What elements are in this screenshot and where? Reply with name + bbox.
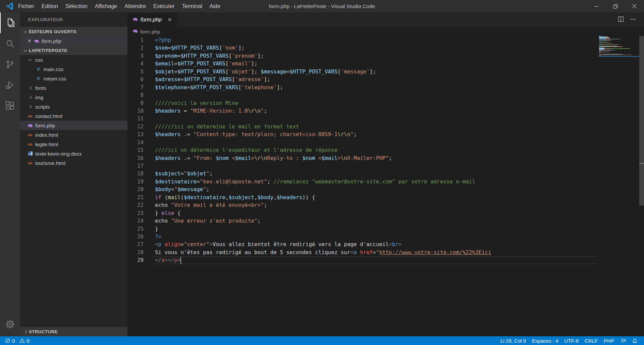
menu-exécuter[interactable]: Exécuter: [150, 0, 178, 12]
project-section-header[interactable]: LAPETITEPOSTE: [20, 46, 127, 55]
split-editor-icon[interactable]: [618, 16, 624, 23]
source-control-icon[interactable]: [0, 54, 20, 75]
tab-bar: form.php ✕: [127, 12, 644, 27]
php-file-icon: [132, 16, 138, 23]
text-cursor: [180, 257, 181, 264]
settings-gear-icon[interactable]: [0, 314, 20, 335]
editor-group: form.php ✕ form.php 12345678910111213141…: [127, 12, 644, 336]
chevron-right-icon: [27, 95, 33, 100]
menu-fichier[interactable]: Fichier: [14, 0, 38, 12]
tree-item-fonts[interactable]: fonts: [20, 83, 127, 93]
code-content: <?php$nom=$HTTP_POST_VARS['nom'];$prenom…: [155, 36, 491, 264]
cursor-position[interactable]: Li 29, Col 9: [497, 338, 529, 344]
css-file-icon: #: [36, 66, 41, 72]
css-file-icon: #: [36, 76, 41, 81]
run-debug-icon[interactable]: [0, 75, 20, 96]
file-tree: css#main.css#meyer.cssfontsimgscripts<>c…: [20, 55, 127, 168]
menu-aide[interactable]: Aide: [206, 0, 224, 12]
restore-button[interactable]: [606, 0, 625, 12]
title-bar: FichierEditionSélectionAffichageAtteindr…: [0, 0, 644, 12]
status-bar: 0 0 Li 29, Col 9 Espaces : 4 UTF-8 CRLF …: [0, 336, 644, 345]
menu-bar: FichierEditionSélectionAffichageAtteindr…: [14, 0, 224, 12]
search-icon[interactable]: [0, 33, 20, 54]
open-editors-header[interactable]: ÉDITEURS OUVERTS: [20, 27, 127, 36]
explorer-icon[interactable]: [0, 12, 20, 33]
window-title: form.php - LaPetitePoste - Visual Studio…: [269, 3, 375, 9]
code-editor[interactable]: 1234567891011121314151617181920212223242…: [127, 36, 644, 336]
scrollbar-slider[interactable]: [639, 36, 644, 206]
feedback-icon[interactable]: [617, 338, 629, 344]
tree-item-contact.html[interactable]: <>contact.html: [20, 111, 127, 121]
activity-bar: [0, 12, 20, 336]
menu-sélection[interactable]: Sélection: [62, 0, 91, 12]
close-button[interactable]: [625, 0, 644, 12]
html-file-icon: <>: [27, 160, 33, 166]
tree-item-img[interactable]: img: [20, 93, 127, 102]
minimap-cursor-marker: [598, 56, 644, 57]
sidebar-explorer: EXPLORATEUR ÉDITEURS OUVERTS ✕form.php L…: [20, 12, 127, 336]
tree-item-legite.html[interactable]: <>legite.html: [20, 139, 127, 149]
php-file-icon: [132, 28, 138, 35]
tree-item-meyer.css[interactable]: #meyer.css: [20, 74, 127, 83]
word-file-icon: w: [27, 151, 33, 157]
explorer-title: EXPLORATEUR: [20, 12, 127, 27]
breadcrumb[interactable]: form.php: [127, 27, 644, 36]
open-editors-list: ✕form.php: [20, 36, 127, 46]
chevron-down-icon: [27, 57, 33, 63]
errors-indicator[interactable]: 0: [3, 338, 16, 344]
indentation[interactable]: Espaces : 4: [529, 338, 561, 344]
menu-edition[interactable]: Edition: [38, 0, 62, 12]
minimize-button[interactable]: [587, 0, 606, 12]
menu-affichage[interactable]: Affichage: [91, 0, 121, 12]
extensions-icon[interactable]: [0, 96, 20, 116]
tree-item-main.css[interactable]: #main.css: [20, 64, 127, 74]
minimap[interactable]: [598, 36, 639, 56]
notifications-bell-icon[interactable]: [629, 338, 641, 344]
encoding[interactable]: UTF-8: [561, 338, 582, 344]
tab-form-php[interactable]: form.php ✕: [127, 12, 177, 27]
close-editor-icon[interactable]: ✕: [27, 38, 32, 44]
php-file-icon: [34, 38, 39, 44]
vscode-logo: [6, 2, 13, 10]
tree-item-scripts[interactable]: scripts: [20, 102, 127, 111]
html-file-icon: <>: [27, 141, 33, 147]
svg-text:w: w: [28, 153, 30, 156]
menu-terminal[interactable]: Terminal: [178, 0, 206, 12]
more-actions-icon[interactable]: [630, 16, 636, 23]
html-file-icon: <>: [27, 113, 33, 119]
tree-item-form.php[interactable]: form.php: [20, 121, 127, 130]
structure-section-header[interactable]: STRUCTURE: [20, 327, 127, 336]
chevron-right-icon: [27, 85, 33, 91]
open-editor-item-form.php[interactable]: ✕form.php: [20, 36, 127, 46]
php-file-icon: [27, 123, 33, 128]
line-numbers: 1234567891011121314151617181920212223242…: [127, 36, 144, 264]
eol-sequence[interactable]: CRLF: [582, 338, 601, 344]
overview-ruler-marker: [639, 163, 644, 164]
window-controls: [587, 0, 644, 12]
html-file-icon: <>: [27, 132, 33, 138]
tree-item-tourisme.html[interactable]: <>tourisme.html: [20, 158, 127, 168]
tree-item-index.html[interactable]: <>index.html: [20, 130, 127, 139]
tab-close-icon[interactable]: ✕: [166, 16, 173, 23]
tree-item-texte-kevin-eng.docx[interactable]: wtexte-kevin-eng.docx: [20, 149, 127, 158]
tree-item-css[interactable]: css: [20, 55, 127, 64]
language-mode[interactable]: PHP: [601, 338, 617, 344]
warnings-indicator[interactable]: 0: [18, 338, 31, 344]
chevron-right-icon: [27, 104, 33, 110]
menu-atteindre[interactable]: Atteindre: [121, 0, 150, 12]
